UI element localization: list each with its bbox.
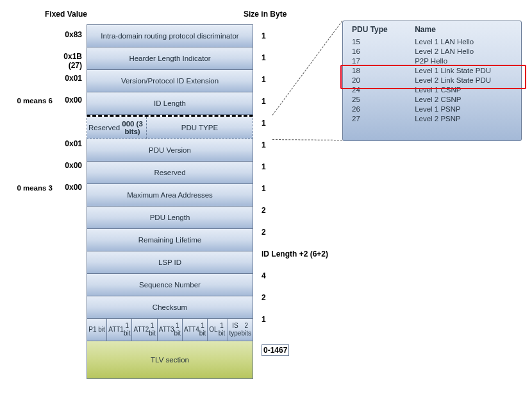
- pdu-field-row: ID Length: [87, 92, 253, 115]
- pdu-type-cell: 26: [343, 104, 406, 114]
- pdu-field-text: Hearder Length Indicator: [129, 55, 210, 62]
- pdu-field-cell: IS type2 bits: [228, 319, 253, 341]
- pdu-field-row: Remaining Lifetime: [87, 229, 253, 251]
- fixed-value-label: 0x01: [5, 139, 82, 148]
- pdu-field-text: PDU Length: [150, 214, 190, 221]
- pdu-type-panel: PDU Type Name 15Level 1 LAN Hello16Level…: [342, 21, 522, 141]
- pdu-type-cell: Level 2 Link State PDU: [406, 75, 521, 85]
- pdu-type-row: 15Level 1 LAN Hello: [343, 37, 521, 46]
- pdu-field-text: 1 bit: [93, 326, 105, 334]
- pdu-field-text: ID Length: [154, 99, 186, 107]
- pdu-field-stack: Intra-domain routing protocol discrimina…: [87, 24, 253, 379]
- size-label: 2: [262, 228, 266, 237]
- pdu-field-cell: P1 bit: [87, 319, 107, 341]
- pdu-field-text: Remaining Lifetime: [138, 236, 201, 244]
- pdu-field-row: Reserved000 (3 bits)PDU TYPE: [87, 115, 253, 139]
- pdu-field-text: 1 bit: [149, 322, 156, 337]
- pdu-field-text: Intra-domain routing protocol discrimina…: [101, 32, 238, 40]
- size-label: 1: [262, 162, 266, 171]
- pdu-field-text: OL: [209, 326, 217, 334]
- pdu-field-cell: Maximum Area Addresses: [87, 184, 253, 206]
- size-label: 1: [262, 315, 266, 324]
- pdu-field-cell: PDU Version: [87, 139, 253, 161]
- pdu-field-cell: Version/Protocol ID Extension: [87, 70, 253, 92]
- size-label: 1: [262, 97, 266, 106]
- pdu-field-text: TLV section: [151, 356, 189, 364]
- pdu-type-cell: Level 1 LAN Hello: [406, 37, 521, 46]
- pdu-field-text: Checksum: [153, 303, 187, 311]
- pdu-field-cell: OL1 bit: [208, 319, 228, 341]
- pdu-type-row: 25Level 2 CSNP: [343, 94, 521, 104]
- pdu-type-cell: 18: [343, 65, 406, 75]
- size-label: 1: [262, 140, 266, 149]
- pdu-type-head-type: PDU Type: [343, 21, 406, 37]
- fixed-value-label: 0x00: [5, 161, 82, 170]
- pdu-field-text: PDU TYPE: [181, 124, 218, 131]
- pdu-field-text: ATT3: [159, 326, 174, 334]
- pdu-field-row: Checksum: [87, 296, 253, 319]
- pdu-type-cell: 20: [343, 75, 406, 85]
- pdu-field-cell: Reserved: [87, 162, 253, 183]
- size-label: ID Length +2 (6+2): [262, 250, 328, 258]
- pdu-field-cell: Hearder Length Indicator: [87, 47, 253, 69]
- pdu-field-row: TLV section: [87, 341, 253, 379]
- pdu-field-cell: Sequence Number: [87, 274, 253, 296]
- pdu-type-cell: 27: [343, 114, 406, 123]
- fixed-value-note: 0 means 3: [17, 184, 53, 192]
- size-label: 1: [262, 31, 266, 40]
- pdu-type-cell: Level 2 CSNP: [406, 94, 521, 104]
- size-label: 0-1467: [262, 344, 289, 356]
- pdu-field-text: Version/Protocol ID Extension: [121, 77, 219, 85]
- pdu-field-text: IS type: [229, 322, 242, 337]
- connector-line: [272, 21, 343, 115]
- pdu-field-cell: LSP ID: [87, 251, 253, 273]
- pdu-field-text: 000 (3 bits): [120, 120, 145, 135]
- pdu-type-cell: Level 1 CSNP: [406, 85, 521, 94]
- pdu-field-row: Version/Protocol ID Extension: [87, 70, 253, 92]
- pdu-field-row: Reserved: [87, 162, 253, 184]
- pdu-field-row: Intra-domain routing protocol discrimina…: [87, 24, 253, 47]
- pdu-type-cell: P2P Hello: [406, 56, 521, 65]
- pdu-field-text: Maximum Area Addresses: [127, 191, 213, 199]
- size-label: 1: [262, 119, 266, 128]
- pdu-field-cell: Intra-domain routing protocol discrimina…: [87, 25, 253, 47]
- pdu-field-text: PDU Version: [149, 146, 191, 154]
- pdu-field-text: P: [88, 326, 93, 334]
- size-label: 4: [262, 271, 266, 280]
- size-label: 1: [262, 53, 266, 62]
- pdu-type-cell: 16: [343, 46, 406, 56]
- pdu-type-row: 24Level 1 CSNP: [343, 85, 521, 94]
- pdu-type-row: 20Level 2 Link State PDU: [343, 75, 521, 85]
- pdu-field-text: Reserved: [88, 124, 120, 131]
- pdu-field-cell: Remaining Lifetime: [87, 229, 253, 251]
- pdu-type-cell: Level 2 LAN Hello: [406, 46, 521, 56]
- pdu-field-cell: Reserved000 (3 bits): [87, 117, 147, 139]
- pdu-type-head-name: Name: [406, 21, 521, 37]
- pdu-field-row: Hearder Length Indicator: [87, 47, 253, 70]
- pdu-type-cell: 17: [343, 56, 406, 65]
- pdu-field-row: P1 bitATT11 bitATT21 bitATT31 bitATT41 b…: [87, 319, 253, 341]
- pdu-field-text: 2 bits: [241, 322, 251, 337]
- pdu-field-cell: Checksum: [87, 296, 253, 318]
- pdu-field-text: 1 bit: [174, 322, 181, 337]
- fixed-value-label: 0x01: [5, 74, 82, 83]
- column-header-size: Size in Byte: [244, 10, 287, 19]
- pdu-type-cell: 25: [343, 94, 406, 104]
- pdu-field-cell: ATT31 bit: [158, 319, 183, 341]
- pdu-field-text: Reserved: [154, 169, 185, 176]
- diagram-canvas: Fixed Value Size in Byte Intra-domain ro…: [0, 0, 532, 415]
- pdu-field-row: Sequence Number: [87, 274, 253, 296]
- pdu-field-text: Sequence Number: [139, 281, 201, 289]
- size-label: 1: [262, 75, 266, 84]
- size-label: 2: [262, 206, 266, 215]
- fixed-value-note: 0 means 6: [17, 97, 53, 105]
- pdu-field-text: 1 bit: [218, 322, 226, 337]
- pdu-field-cell: ID Length: [87, 92, 253, 114]
- size-label: 1: [262, 184, 266, 193]
- pdu-type-table: PDU Type Name 15Level 1 LAN Hello16Level…: [343, 21, 521, 123]
- pdu-type-cell: 24: [343, 85, 406, 94]
- pdu-field-text: ATT2: [133, 326, 149, 334]
- fixed-value-label: 0x1B(27): [5, 52, 82, 70]
- fixed-value-label: 0x83: [5, 30, 82, 39]
- pdu-field-row: PDU Length: [87, 207, 253, 229]
